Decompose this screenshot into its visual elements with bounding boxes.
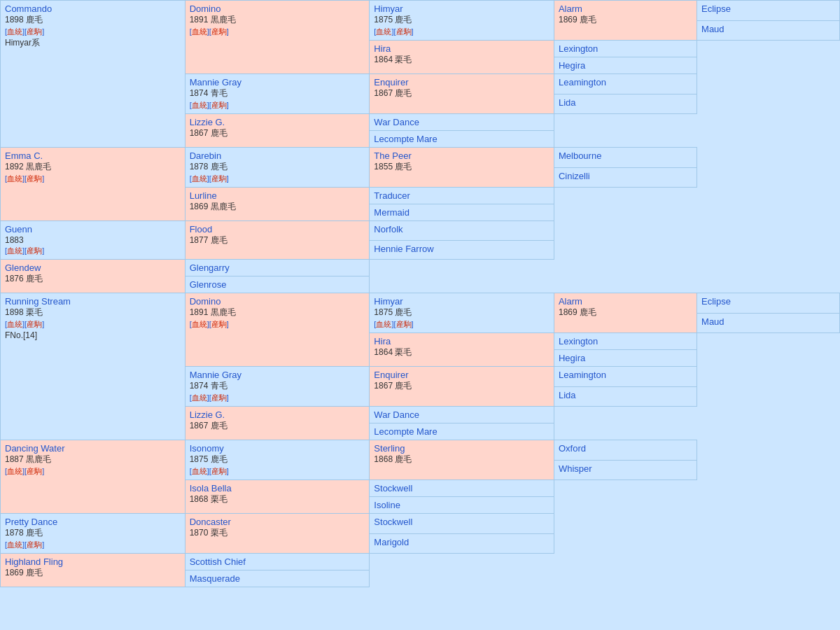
horse-links[interactable]: [血統][産駒]	[5, 320, 44, 328]
horse-name[interactable]: Highland Fling	[5, 556, 63, 567]
horse-name-col5[interactable]: Melbourne	[559, 150, 692, 161]
horse-links[interactable]: [血統][産駒]	[5, 246, 44, 255]
horse-name[interactable]: Mannie Gray	[190, 77, 241, 88]
horse-name-col5[interactable]: Lecompte Mare	[374, 134, 550, 144]
horse-name[interactable]: Isola Bella	[190, 483, 232, 493]
horse-links[interactable]: [血統][産駒]	[190, 320, 229, 328]
horse-name-col5[interactable]: Maud	[701, 316, 835, 327]
horse-name[interactable]: The Peer	[374, 150, 411, 161]
horse-name-col5[interactable]: Lida	[559, 390, 692, 400]
horse-name[interactable]: Lurline	[190, 190, 217, 201]
horse-name-col5[interactable]: Whisper	[559, 463, 692, 474]
horse-name[interactable]: Pretty Dance	[5, 517, 57, 527]
horse-name[interactable]: Doncaster	[190, 517, 231, 527]
horse-name-col5[interactable]: Hegira	[559, 353, 692, 363]
horse-name[interactable]: Flood	[190, 224, 213, 234]
horse-note: FNo.[14]	[5, 330, 37, 340]
horse-name-col5[interactable]: Leamington	[559, 370, 692, 380]
horse-year: 1870 栗毛	[190, 528, 227, 538]
horse-links[interactable]: [血統][産駒]	[5, 467, 44, 475]
horse-name[interactable]: Domino	[190, 4, 221, 14]
horse-name-col5[interactable]: Scottish Chief	[190, 556, 365, 567]
horse-name[interactable]: Running Stream	[5, 296, 71, 307]
horse-year: 1867 鹿毛	[374, 381, 412, 391]
horse-name[interactable]: Commando	[5, 4, 52, 14]
horse-name[interactable]: Emma C.	[5, 150, 43, 161]
horse-name-col5[interactable]: Stockwell	[374, 483, 550, 493]
horse-name-col5[interactable]: Oxford	[559, 443, 692, 454]
horse-links[interactable]: [血統][産駒]	[5, 540, 44, 549]
horse-year: 1864 栗毛	[374, 347, 412, 357]
horse-name-col5[interactable]: Lexington	[559, 336, 692, 346]
horse-name-col5[interactable]: Marigold	[374, 537, 550, 547]
horse-name-col5[interactable]: Glengarry	[190, 262, 365, 273]
horse-name-col5[interactable]: Leamington	[559, 77, 692, 88]
horse-name-col5[interactable]: Lexington	[559, 43, 692, 54]
horse-links[interactable]: [血統][産駒]	[374, 27, 413, 36]
horse-name-col5[interactable]: Eclipse	[701, 4, 835, 14]
horse-year: 1878 鹿毛	[5, 528, 43, 538]
horse-name[interactable]: Guenn	[5, 224, 32, 234]
horse-year: 1868 鹿毛	[374, 454, 412, 464]
horse-links[interactable]: [血統][産駒]	[190, 393, 229, 402]
horse-name[interactable]: Lizzie G.	[190, 117, 225, 127]
horse-year: 1891 黒鹿毛	[190, 307, 236, 317]
horse-name-col5[interactable]: Maud	[701, 24, 835, 34]
horse-name[interactable]: Enquirer	[374, 370, 408, 380]
horse-name[interactable]: Himyar	[374, 4, 402, 14]
horse-note: Himyar系	[5, 38, 40, 48]
horse-name[interactable]: Dancing Water	[5, 443, 65, 454]
horse-year: 1867 鹿毛	[190, 421, 227, 430]
horse-name[interactable]: Hira	[374, 336, 391, 346]
horse-name-col5[interactable]: Stockwell	[374, 517, 550, 527]
horse-year: 1867 鹿毛	[374, 88, 412, 98]
horse-links[interactable]: [血統][産駒]	[190, 174, 229, 183]
horse-name-col5[interactable]: Eclipse	[701, 296, 835, 307]
horse-name-col5[interactable]: Isoline	[374, 500, 550, 510]
horse-name[interactable]: Alarm	[559, 4, 582, 14]
horse-name-col5[interactable]: Masquerade	[190, 573, 365, 584]
horse-name[interactable]: Alarm	[559, 296, 582, 307]
horse-name-col5[interactable]: Glenrose	[190, 279, 365, 290]
pedigree-table: Commando 1898 鹿毛 [血統][産駒]Himyar系Domino 1…	[0, 0, 840, 587]
horse-name[interactable]: Enquirer	[374, 77, 408, 88]
horse-name[interactable]: Mannie Gray	[190, 370, 241, 380]
horse-name-col5[interactable]: Traducer	[374, 190, 550, 201]
horse-links[interactable]: [血統][産駒]	[5, 174, 44, 183]
horse-name[interactable]: Himyar	[374, 296, 402, 307]
horse-year: 1875 鹿毛	[374, 15, 412, 24]
horse-year: 1892 黒鹿毛	[5, 162, 51, 172]
horse-year: 1874 青毛	[190, 381, 227, 391]
horse-name-col5[interactable]: Hennie Farrow	[374, 244, 550, 254]
horse-name[interactable]: Sterling	[374, 443, 405, 454]
horse-name-col5[interactable]: Lida	[559, 97, 692, 108]
horse-name-col5[interactable]: War Dance	[374, 117, 550, 127]
horse-name-col5[interactable]: Cinizelli	[559, 171, 692, 181]
horse-name[interactable]: Glendew	[5, 262, 41, 273]
horse-name-col5[interactable]: Lecompte Mare	[374, 426, 550, 437]
horse-name-col5[interactable]: Mermaid	[374, 207, 550, 218]
horse-name[interactable]: Darebin	[190, 150, 222, 161]
horse-links[interactable]: [血統][産駒]	[374, 320, 413, 328]
horse-year: 1876 鹿毛	[5, 274, 43, 284]
horse-name[interactable]: Domino	[190, 296, 221, 307]
horse-year: 1869 鹿毛	[559, 15, 596, 24]
horse-year: 1869 鹿毛	[5, 568, 43, 578]
horse-name-col5[interactable]: Norfolk	[374, 224, 550, 234]
horse-name-col5[interactable]: War Dance	[374, 410, 550, 420]
horse-name-col5[interactable]: Hegira	[559, 60, 692, 71]
horse-year: 1868 栗毛	[190, 494, 227, 504]
horse-year: 1875 鹿毛	[374, 307, 412, 317]
horse-links[interactable]: [血統][産駒]	[190, 101, 229, 109]
horse-name[interactable]: Hira	[374, 43, 391, 54]
horse-name[interactable]: Lizzie G.	[190, 410, 225, 420]
horse-year: 1869 黒鹿毛	[190, 202, 236, 211]
horse-links[interactable]: [血統][産駒]	[190, 467, 229, 475]
horse-year: 1898 鹿毛	[5, 15, 43, 24]
horse-links[interactable]: [血統][産駒]	[190, 27, 229, 36]
horse-year: 1864 栗毛	[374, 55, 412, 64]
horse-links[interactable]: [血統][産駒]	[5, 27, 44, 36]
horse-year: 1869 鹿毛	[559, 307, 596, 317]
horse-year: 1877 鹿毛	[190, 235, 227, 245]
horse-name[interactable]: Isonomy	[190, 443, 224, 454]
